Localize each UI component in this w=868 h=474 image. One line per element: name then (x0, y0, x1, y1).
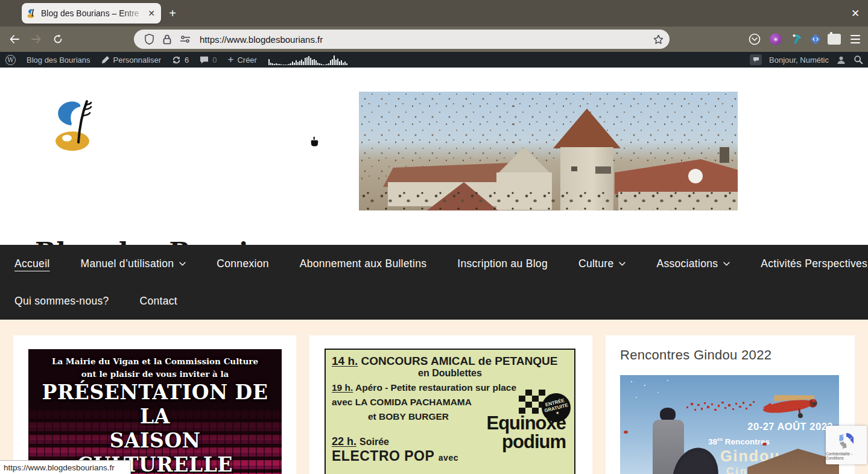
nav-item-accueil[interactable]: Accueil (14, 258, 50, 270)
status-bar-link-preview: https://www.blogdesbourians.fr (0, 460, 131, 474)
window-close-button[interactable]: ✕ (846, 5, 864, 22)
main-navigation: Accueil Manuel d’utilisation Connexion A… (0, 245, 868, 320)
search-icon[interactable] (854, 55, 863, 65)
poster2-text: ELECTRO POP (332, 448, 434, 464)
mouse-cursor (309, 136, 320, 148)
url-text[interactable]: https://www.blogdesbourians.fr (200, 34, 653, 45)
nav-item-connexion[interactable]: Connexion (217, 258, 268, 270)
site-name-menu[interactable]: Blog des Bourians (21, 52, 96, 68)
poster2-text: Soirée (360, 437, 389, 447)
posts-area: La Mairie du Vigan et la Commission Cult… (0, 320, 868, 474)
permissions-icon[interactable] (180, 35, 191, 43)
bookmark-star-icon[interactable] (653, 34, 664, 45)
user-avatar-icon[interactable] (836, 55, 846, 65)
poster2-time: 22 h. (332, 435, 356, 447)
recaptcha-label[interactable]: Confidentialité - Conditions (826, 452, 867, 460)
tab-close-icon[interactable]: ✕ (147, 8, 156, 18)
poster2-text: avec (439, 453, 458, 463)
site-header: Blog-des-Bourians La vie à Gourdon, Salv… (0, 68, 868, 245)
poster1-line: PRÉSENTATION DE LA (28, 381, 282, 429)
chevron-down-icon (179, 262, 186, 266)
recaptcha-icon (837, 431, 856, 450)
poster1-line: La Mairie du Vigan et la Commission Cult… (28, 355, 282, 368)
poster2-text: en Doublettes (326, 368, 574, 379)
post-card-saison-culturelle[interactable]: La Mairie du Vigan et la Commission Cult… (13, 335, 296, 474)
updates-icon (172, 55, 181, 65)
nav-item-culture[interactable]: Culture (578, 258, 626, 270)
nav-item-activites[interactable]: Activités Perspectives (761, 258, 868, 270)
browser-tab-bar: Blog des Bourians – Entre ✕ + ✕ (0, 0, 868, 27)
lock-icon[interactable] (163, 34, 171, 45)
forward-button[interactable] (28, 31, 45, 48)
wp-logo-menu[interactable]: W (0, 52, 21, 68)
comment-icon (200, 55, 209, 64)
recaptcha-badge[interactable]: Confidentialité - Conditions (826, 426, 867, 464)
tracking-shield-icon[interactable] (144, 34, 154, 45)
wp-admin-bar: W Blog des Bourians Personnaliser 6 0 + … (0, 52, 868, 68)
post-title-gindou[interactable]: Rencontres Gindou 2022 (620, 347, 771, 363)
extension-row: ✳ (747, 31, 863, 48)
poster1-line: ont le plaisir de vous inviter à la (28, 368, 282, 381)
nav-item-abonnement[interactable]: Abonnement aux Bulletins (300, 258, 427, 270)
browser-tab[interactable]: Blog des Bourians – Entre ✕ (22, 3, 161, 24)
header-image (359, 92, 738, 210)
feedback-bubble-icon[interactable] (750, 54, 762, 65)
site-logo[interactable] (53, 100, 97, 152)
stats-sparkline[interactable] (268, 54, 347, 65)
chevron-down-icon (723, 262, 730, 266)
pickaxe-extension-icon[interactable] (789, 31, 805, 47)
post-card-gindou[interactable]: Rencontres Gindou 2022 (606, 335, 855, 474)
poster-petanque[interactable]: 14 h. CONCOURS AMICAL de PETANQUE en Dou… (325, 349, 575, 474)
new-tab-button[interactable]: + (164, 5, 181, 22)
new-content-menu[interactable]: + Créer (222, 52, 262, 68)
url-bar[interactable]: https://www.blogdesbourians.fr (134, 30, 670, 49)
browser-toolbar: https://www.blogdesbourians.fr ✳ (0, 27, 868, 52)
back-button[interactable] (6, 31, 23, 48)
customize-menu[interactable]: Personnaliser (96, 52, 167, 68)
rss-screen-extension-icon[interactable] (826, 31, 842, 47)
post-card-petanque[interactable]: 14 h. CONCOURS AMICAL de PETANQUE en Dou… (309, 335, 592, 474)
poster2-time: 19 h. (332, 382, 353, 393)
chevron-down-icon (619, 262, 626, 266)
reload-button[interactable] (49, 31, 66, 48)
updates-menu[interactable]: 6 (166, 52, 194, 68)
gindou-edition: 38es Rencontres (708, 437, 770, 446)
nav-item-inscription[interactable]: Inscription au Blog (457, 258, 548, 270)
poster2-text: CONCOURS AMICAL de PETANQUE (361, 355, 558, 367)
extension-purple-icon[interactable]: ✳ (768, 31, 784, 47)
howdy-greeting[interactable]: Bonjour, Numétic (769, 55, 829, 65)
favicon-icon (27, 8, 36, 18)
tab-title: Blog des Bourians – Entre (41, 8, 147, 18)
wordpress-logo-icon: W (5, 55, 16, 65)
poster-gindou[interactable]: 20-27 AOÛT 2022 38es Rencontres Gindou (… (620, 375, 839, 474)
nav-item-associations[interactable]: Associations (656, 258, 730, 270)
poster-saison-culturelle[interactable]: La Mairie du Vigan et la Commission Cult… (28, 349, 282, 474)
poster2-time: 14 h. (332, 355, 358, 367)
code-extension-icon[interactable] (810, 34, 821, 45)
gindou-dates: 20-27 AOÛT 2022 (747, 421, 833, 432)
nav-item-manuel[interactable]: Manuel d’utilisation (81, 258, 186, 270)
menu-hamburger-icon[interactable] (847, 31, 863, 47)
admin-bar-right: Bonjour, Numétic (750, 52, 863, 68)
pencil-icon (101, 55, 110, 64)
plus-icon: + (227, 55, 233, 64)
pocket-icon[interactable] (747, 31, 762, 47)
comments-menu[interactable]: 0 (194, 52, 222, 68)
nav-item-qui-sommes-nous[interactable]: Qui sommes-nous? (14, 295, 109, 308)
nav-item-contact[interactable]: Contact (140, 295, 177, 308)
boy-silhouette (660, 408, 676, 421)
